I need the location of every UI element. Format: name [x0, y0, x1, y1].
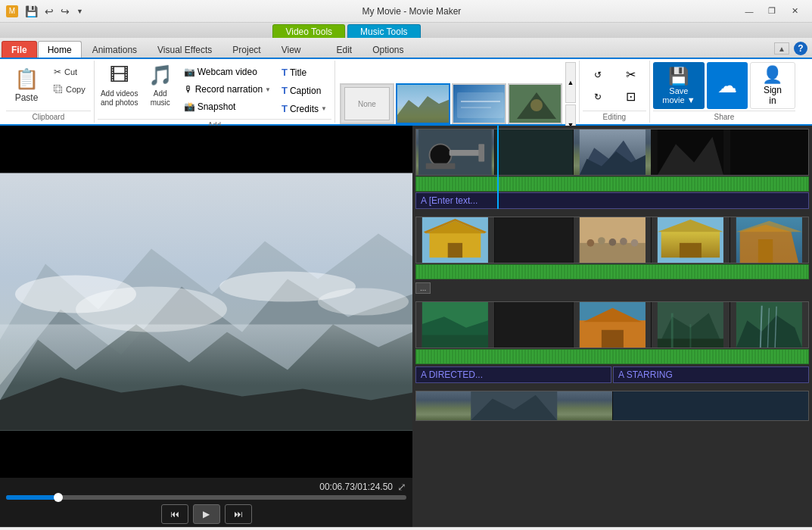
- add-music-button[interactable]: 🎵 Addmusic: [143, 62, 178, 109]
- audio-strip-1: [415, 176, 809, 192]
- frame-5[interactable]: [730, 129, 808, 175]
- sign-in-button[interactable]: 👤 Signin: [750, 62, 795, 109]
- frame-10[interactable]: [730, 217, 808, 263]
- tab-visual-effects[interactable]: Visual Effects: [148, 41, 222, 58]
- title-icon: T: [282, 67, 288, 78]
- ellipsis-button[interactable]: ...: [415, 282, 431, 294]
- playback-controls: ⏮ ▶ ⏭: [6, 504, 406, 524]
- snapshot-button[interactable]: 📸 Snapshot: [179, 98, 275, 115]
- webcam-icon: 📷: [184, 67, 195, 77]
- rotate-left-button[interactable]: ↺: [584, 64, 611, 86]
- starring-overlay[interactable]: A STARRING: [613, 366, 809, 383]
- tab-home[interactable]: Home: [38, 41, 82, 58]
- themes-scroll-up[interactable]: ▲: [565, 62, 576, 103]
- save-movie-button[interactable]: 💾 Savemovie ▼: [653, 62, 705, 109]
- tab-video-tools[interactable]: Video Tools: [272, 24, 345, 38]
- rotate-left-icon: ↺: [594, 70, 602, 80]
- tab-options[interactable]: Options: [362, 41, 413, 58]
- time-display: 00:06.73/01:24.50 ⤢: [6, 481, 406, 493]
- audio-strip-2: [415, 264, 809, 279]
- frame-8[interactable]: [574, 217, 652, 263]
- title-button[interactable]: T Title: [277, 64, 331, 81]
- theme-fade[interactable]: [452, 83, 506, 124]
- trim-button[interactable]: ✂: [618, 64, 645, 86]
- film-strip-1: [415, 129, 809, 176]
- copy-button[interactable]: ⿻ Copy: [48, 81, 91, 98]
- save-qa-button[interactable]: 💾: [23, 5, 40, 18]
- skip-back-button[interactable]: ⏮: [161, 504, 188, 524]
- collapse-ribbon-button[interactable]: ▲: [774, 42, 789, 55]
- frame-11[interactable]: [416, 302, 494, 348]
- window-controls: — ❐ ✕: [738, 3, 806, 20]
- frame-9[interactable]: [652, 217, 730, 263]
- timeline-row-3: A DIRECTED... A STARRING: [412, 298, 812, 383]
- tab-project[interactable]: Project: [222, 41, 270, 58]
- play-button[interactable]: ▶: [193, 504, 220, 524]
- frame-16[interactable]: [416, 391, 612, 420]
- redo-button[interactable]: ↪: [58, 5, 72, 18]
- rotate-right-button[interactable]: ↻: [584, 86, 611, 108]
- add-videos-button[interactable]: 🎞 Add videosand photos: [98, 62, 142, 109]
- frame-6[interactable]: [416, 217, 494, 263]
- svg-rect-51: [422, 335, 488, 348]
- tab-music-tools[interactable]: Music Tools: [347, 24, 420, 38]
- split-button[interactable]: ⊡: [618, 86, 645, 108]
- cut-button[interactable]: ✂ Cut: [48, 64, 91, 80]
- svg-point-20: [430, 144, 452, 166]
- frame-14[interactable]: [652, 302, 730, 348]
- share-group: 💾 Savemovie ▼ ☁ 👤 Signin Share: [650, 61, 798, 123]
- timeline-panel[interactable]: A [Enter text...: [412, 126, 812, 527]
- frame-2[interactable]: [495, 129, 573, 175]
- skip-forward-button[interactable]: ⏭: [225, 504, 252, 524]
- timeline-row-1: A [Enter text...: [412, 126, 812, 209]
- svg-point-36: [586, 239, 594, 247]
- theme-cinematic[interactable]: [396, 83, 450, 124]
- theme-none[interactable]: None: [340, 83, 394, 124]
- frame-7[interactable]: [495, 217, 573, 263]
- frame-17[interactable]: [613, 391, 809, 420]
- scrubber[interactable]: [6, 495, 406, 500]
- credits-button[interactable]: T Credits ▼: [277, 100, 331, 117]
- tab-view[interactable]: View: [272, 41, 311, 58]
- expand-preview-button[interactable]: ⤢: [397, 481, 406, 493]
- undo-button[interactable]: ↩: [42, 5, 56, 18]
- quick-access-toolbar: 💾 ↩ ↪ ▼: [23, 5, 86, 18]
- paste-button[interactable]: 📋 Paste: [6, 62, 47, 109]
- tab-animations[interactable]: Animations: [82, 41, 147, 58]
- frame-13[interactable]: [574, 302, 652, 348]
- help-button[interactable]: ?: [794, 42, 807, 55]
- close-button[interactable]: ✕: [783, 3, 806, 20]
- tab-file[interactable]: File: [2, 41, 37, 58]
- maximize-button[interactable]: ❐: [761, 3, 783, 20]
- record-narration-button[interactable]: 🎙 Record narration ▼: [179, 81, 275, 98]
- add-group: 🎞 Add videosand photos 🎵 Addmusic 📷 Webc…: [95, 61, 335, 123]
- split-icon: ⊡: [626, 89, 636, 104]
- video-preview[interactable]: [0, 126, 412, 478]
- main-content: 00:06.73/01:24.50 ⤢ ⏮ ▶ ⏭: [0, 126, 812, 527]
- ribbon-tabs-row: File Home Animations Visual Effects Proj…: [0, 38, 812, 59]
- caption-button[interactable]: T Caption: [277, 82, 331, 99]
- themes-gallery: None: [338, 82, 564, 126]
- customize-qa-button[interactable]: ▼: [74, 7, 86, 16]
- frame-15[interactable]: [730, 302, 808, 348]
- svg-point-17: [318, 288, 409, 316]
- text-overlay-1[interactable]: A [Enter text...: [415, 192, 809, 209]
- theme-film[interactable]: [508, 83, 562, 124]
- sign-in-icon: 👤: [762, 65, 782, 85]
- frame-3[interactable]: [574, 129, 652, 175]
- credits-dd-arrow: ▼: [321, 105, 327, 112]
- minimize-button[interactable]: —: [738, 3, 761, 20]
- film-strip-4: [415, 391, 809, 421]
- tab-edit[interactable]: Edit: [326, 41, 362, 58]
- onedrive-button[interactable]: ☁: [707, 62, 748, 109]
- paste-icon: 📋: [14, 67, 39, 91]
- title-bar: M 💾 ↩ ↪ ▼ My Movie - Movie Maker — ❐ ✕: [0, 0, 812, 23]
- frame-1[interactable]: [416, 129, 494, 175]
- film-strip-2: [415, 217, 809, 263]
- frame-4[interactable]: [652, 129, 730, 175]
- directed-overlay[interactable]: A DIRECTED...: [415, 366, 611, 383]
- svg-rect-13: [0, 325, 412, 385]
- webcam-button[interactable]: 📷 Webcam video: [179, 64, 275, 80]
- frame-12[interactable]: [495, 302, 573, 348]
- onedrive-icon: ☁: [717, 74, 737, 98]
